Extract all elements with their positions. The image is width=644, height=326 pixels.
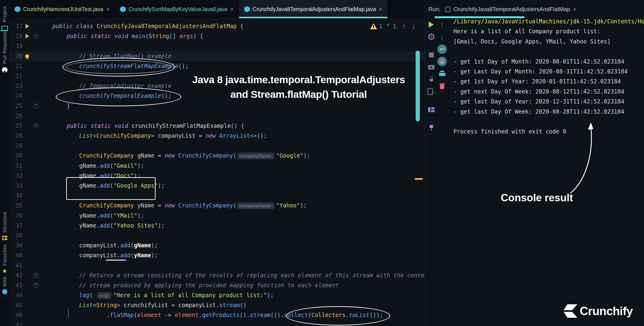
code-line[interactable]: 25} xyxy=(10,101,424,111)
editor-tab[interactable]: CrunchifyHamcrestJUnitTest.java× xyxy=(10,0,115,18)
settings-icon[interactable] xyxy=(426,32,436,41)
thread-dump-icon[interactable] xyxy=(426,62,436,72)
code-line[interactable]: 19 xyxy=(10,41,424,51)
run-tab[interactable]: CrunchifyJava8TemporalAdjustersAndFlatMa… xyxy=(445,6,576,13)
code-line[interactable]: 41 xyxy=(10,261,424,271)
rerun-icon[interactable] xyxy=(426,20,436,29)
console-output[interactable]: /Library/Java/JavaVirtualMachines/jdk-15… xyxy=(454,16,644,326)
code-line[interactable]: 32gName.add("Docs"); xyxy=(10,171,424,181)
code-line[interactable]: 42// Returns a stream consisting of the … xyxy=(10,271,424,280)
code-line[interactable]: 18public static void main(String[] args)… xyxy=(10,31,424,41)
code-line[interactable]: 37yName.add("Yahoo Sites"); xyxy=(10,221,424,231)
scrollbar-highlight-mark xyxy=(415,178,423,180)
fold-marker-icon[interactable] xyxy=(34,34,38,38)
web-icon xyxy=(2,289,7,294)
code-line[interactable]: 34 xyxy=(10,191,424,201)
code-line[interactable]: 44log( msg:"Here is a list of all Compan… xyxy=(10,290,424,300)
code-line[interactable]: 31gName.add("Gmail"); xyxy=(10,161,424,171)
code-line[interactable]: 43// stream produced by applying the pro… xyxy=(10,280,424,290)
inspections-widget[interactable]: 1 1 xyxy=(370,22,416,30)
code-line[interactable]: 29 xyxy=(10,141,424,151)
code-text: } xyxy=(41,101,424,111)
line-number: 44 xyxy=(10,290,22,300)
code-line[interactable]: 33gName.add("Google Apps"); xyxy=(10,181,424,191)
gutter-slot xyxy=(22,250,32,260)
code-token: (); xyxy=(178,63,188,69)
line-number: 25 xyxy=(10,101,22,111)
code-token: CrunchifyCompany xyxy=(178,152,233,159)
code-line[interactable]: 27public static void crunchifyStreamFlat… xyxy=(10,121,424,131)
close-icon[interactable]: × xyxy=(106,6,110,12)
close-icon[interactable]: × xyxy=(230,6,234,12)
sidebar-item-web[interactable]: Web xyxy=(0,276,10,294)
line-number: 35 xyxy=(10,201,22,211)
code-line[interactable]: 17public class CrunchifyJava8TemporalAdj… xyxy=(10,21,424,31)
next-issue-icon[interactable] xyxy=(412,22,416,30)
close-icon[interactable]: × xyxy=(379,6,382,12)
editor-tab[interactable]: CrunchifyJava8TemporalAdjustersAndFlatMa… xyxy=(239,0,388,18)
code-token: // Returns a stream consisting of the re… xyxy=(79,272,424,279)
code-line[interactable]: 21crunchifyStreamFlatMapExample(); xyxy=(10,61,424,71)
code-token: stream xyxy=(250,312,270,319)
close-icon[interactable]: × xyxy=(573,6,576,13)
indent-guide xyxy=(55,132,55,326)
line-number: 41 xyxy=(10,261,22,271)
fold-slot xyxy=(32,31,41,41)
code-token: ( xyxy=(130,242,134,249)
fold-slot xyxy=(32,300,41,310)
down-stack-trace-icon[interactable] xyxy=(437,32,447,41)
code-line[interactable]: 36yName.add("YMail"); xyxy=(10,211,424,221)
restore-layout-icon[interactable] xyxy=(426,105,436,114)
up-stack-trace-icon[interactable] xyxy=(437,20,447,29)
console-line: [Gmail, Docs, Google Apps, YMail, Yahoo … xyxy=(454,37,644,46)
code-line[interactable]: 35CrunchifyCompany yName = new Crunchify… xyxy=(10,201,424,211)
sidebar-item-pull-requests[interactable]: Pull Requests xyxy=(0,32,10,73)
code-line[interactable]: 38 xyxy=(10,231,424,241)
sidebar-item-structure[interactable]: Structure xyxy=(0,212,10,240)
attach-debugger-icon[interactable] xyxy=(426,75,436,84)
code-token: companyList xyxy=(158,133,198,139)
gutter-slot xyxy=(22,300,32,310)
run-line-icon[interactable] xyxy=(26,34,29,38)
print-icon[interactable] xyxy=(437,69,447,78)
code-text: // stream produced by applying the provi… xyxy=(41,280,424,290)
code-line[interactable]: 47 xyxy=(10,320,424,326)
code-line[interactable]: 30CrunchifyCompany gName = new Crunchify… xyxy=(10,151,424,161)
code-text: public class CrunchifyJava8TemporalAdjus… xyxy=(41,21,424,31)
code-editor[interactable]: 17public class CrunchifyJava8TemporalAdj… xyxy=(10,18,424,326)
fold-marker-icon[interactable] xyxy=(34,104,38,108)
stop-icon[interactable] xyxy=(426,50,436,59)
code-line[interactable]: 20// Stream.flatMap() example xyxy=(10,51,424,61)
code-token: ); xyxy=(300,202,307,209)
fold-marker-icon[interactable] xyxy=(34,124,38,128)
pin-icon[interactable] xyxy=(426,123,436,132)
code-line[interactable]: 39companyList.add(gName); xyxy=(10,241,424,250)
code-token: ( xyxy=(110,182,113,189)
fold-marker-icon[interactable] xyxy=(34,283,38,288)
sidebar-item-favorites[interactable]: Favorites xyxy=(0,244,10,274)
code-line[interactable]: 40companyList.add(yName); xyxy=(10,250,424,260)
soft-wrap-icon[interactable] xyxy=(437,44,447,54)
previous-issue-icon[interactable] xyxy=(402,22,406,30)
code-line[interactable]: 26 xyxy=(10,111,424,121)
intention-bulb-icon[interactable] xyxy=(25,54,29,58)
code-token: add xyxy=(100,222,110,229)
code-token: new xyxy=(206,133,220,139)
code-rows: 17public class CrunchifyJava8TemporalAdj… xyxy=(10,21,424,326)
editor-tab[interactable]: CrunchifySortMapByKeyValueJava8.java× xyxy=(115,0,239,18)
code-line[interactable]: 28List<CrunchifyCompany> companyList = n… xyxy=(10,131,424,141)
code-token: "Google Apps" xyxy=(114,182,158,189)
clear-all-icon[interactable] xyxy=(437,81,447,91)
code-text xyxy=(41,261,424,271)
code-token: -> xyxy=(164,312,175,319)
code-token: ( xyxy=(110,222,113,229)
code-token: = xyxy=(158,202,164,209)
fold-marker-icon[interactable] xyxy=(34,273,38,278)
code-token: public class xyxy=(52,23,97,29)
scroll-to-end-icon[interactable] xyxy=(437,57,447,66)
run-line-icon[interactable] xyxy=(26,24,29,28)
code-text: // Returns a stream consisting of the re… xyxy=(41,271,424,280)
code-line[interactable]: 46.flatMap(element -> element.getProduct… xyxy=(10,310,424,320)
code-line[interactable]: 45List<String> crunchifyList = companyLi… xyxy=(10,300,424,310)
exit-icon[interactable] xyxy=(426,87,436,96)
